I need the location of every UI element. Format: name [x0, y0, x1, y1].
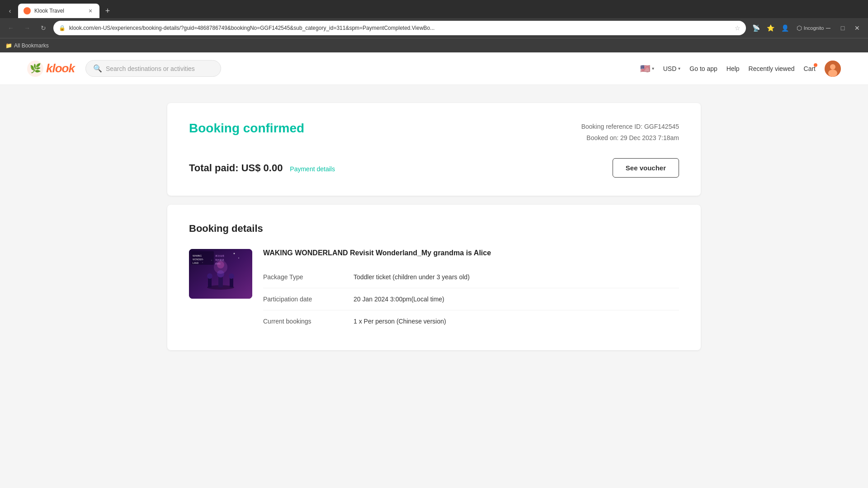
svg-text:再访仙境: 再访仙境	[215, 254, 224, 257]
active-tab[interactable]: Klook Travel ×	[18, 4, 99, 18]
booking-details-title: Booking details	[189, 223, 679, 235]
svg-rect-8	[218, 276, 223, 287]
back-button[interactable]: ←	[5, 22, 17, 34]
detail-row: Package Type Toddler ticket (children un…	[263, 266, 679, 288]
booking-reference: Booking reference ID: GGF142545 Booked o…	[581, 121, 679, 144]
currency-selector[interactable]: USD ▾	[663, 65, 681, 72]
logo-icon: 🌿	[27, 61, 43, 77]
svg-text:🌿: 🌿	[30, 63, 41, 74]
booking-ref-id: Booking reference ID: GGF142545	[581, 121, 679, 132]
avatar-image	[825, 61, 841, 77]
svg-text:WAKING: WAKING	[193, 254, 202, 257]
svg-text:我外婆是: 我外婆是	[215, 258, 224, 261]
booking-confirmed-card: Booking confirmed Booking reference ID: …	[167, 103, 701, 196]
minimize-button[interactable]: ─	[822, 22, 835, 34]
svg-rect-12	[230, 278, 233, 287]
payment-row: Total paid: US$ 0.00 Payment details See…	[189, 158, 679, 178]
payment-details-link[interactable]: Payment details	[290, 165, 335, 173]
logo[interactable]: 🌿 klook	[27, 61, 75, 77]
detail-value: Toddler ticket (children under 3 years o…	[354, 273, 470, 281]
cast-icon[interactable]: 📡	[750, 22, 762, 34]
see-voucher-button[interactable]: See voucher	[613, 158, 679, 178]
activity-row: WAKING WONDER- LAND 再访仙境 我外婆是 爱丽丝 WAKING…	[189, 249, 679, 332]
svg-text:WONDER-: WONDER-	[193, 258, 204, 261]
header-nav: 🇺🇸 ▾ USD ▾ Go to app Help Recently viewe…	[640, 61, 841, 77]
detail-row: Current bookings 1 x Per person (Chinese…	[263, 310, 679, 332]
lang-dropdown-arrow: ▾	[652, 66, 654, 71]
search-bar[interactable]: 🔍 Search destinations or activities	[85, 60, 221, 77]
language-selector[interactable]: 🇺🇸 ▾	[640, 64, 654, 74]
cart-link[interactable]: Cart	[804, 65, 816, 72]
activity-image-inner: WAKING WONDER- LAND 再访仙境 我外婆是 爱丽丝	[189, 249, 252, 299]
logo-text: klook	[46, 61, 75, 75]
refresh-button[interactable]: ↻	[37, 22, 50, 34]
close-button[interactable]: ✕	[851, 22, 863, 34]
tab-close-button[interactable]: ×	[87, 7, 94, 14]
maximize-button[interactable]: □	[836, 22, 849, 34]
total-paid-label: Total paid: US$ 0.00	[189, 162, 283, 174]
activity-poster-svg: WAKING WONDER- LAND 再访仙境 我外婆是 爱丽丝	[189, 249, 252, 299]
detail-row: Participation date 20 Jan 2024 3:00pm(Lo…	[263, 288, 679, 310]
svg-point-13	[229, 273, 234, 279]
search-placeholder-text: Search destinations or activities	[106, 65, 195, 72]
svg-point-5	[828, 70, 837, 77]
booked-on: Booked on: 29 Dec 2023 7:18am	[581, 132, 679, 144]
svg-point-19	[234, 253, 235, 254]
svg-point-11	[207, 273, 212, 279]
bookmark-icon[interactable]: ☆	[735, 24, 741, 32]
detail-label: Participation date	[263, 296, 344, 303]
browser-chrome: ‹ Klook Travel × + ← → ↻ 🔒 klook.com/en-…	[0, 0, 868, 52]
search-icon: 🔍	[93, 64, 102, 73]
svg-point-17	[238, 258, 239, 258]
forward-button[interactable]: →	[21, 22, 33, 34]
tab-favicon	[24, 7, 31, 14]
detail-rows: Package Type Toddler ticket (children un…	[263, 266, 679, 332]
profile-icon[interactable]: 👤	[778, 22, 791, 34]
incognito-label: Incognito	[807, 22, 820, 34]
site-header: 🌿 klook 🔍 Search destinations or activit…	[0, 52, 868, 85]
new-tab-button[interactable]: +	[101, 5, 114, 17]
tab-back-icon[interactable]: ‹	[4, 5, 16, 17]
currency-label: USD	[663, 65, 677, 72]
bookmark-star-icon[interactable]: ⭐	[764, 22, 777, 34]
detail-value: 1 x Per person (Chinese version)	[354, 318, 446, 325]
tab-title: Klook Travel	[34, 8, 83, 14]
url-text: klook.com/en-US/experiences/booking-deta…	[69, 25, 731, 31]
svg-rect-10	[208, 278, 212, 287]
activity-details: WAKING WONDERLAND Revisit Wonderland_My …	[263, 249, 679, 332]
help-link[interactable]: Help	[726, 65, 740, 72]
svg-text:爱丽丝: 爱丽丝	[215, 263, 221, 265]
flag-icon: 🇺🇸	[640, 64, 650, 74]
address-bar[interactable]: 🔒 klook.com/en-US/experiences/booking-de…	[53, 21, 746, 35]
svg-text:LAND: LAND	[193, 262, 199, 264]
detail-label: Package Type	[263, 273, 344, 281]
avatar[interactable]	[825, 61, 841, 77]
booking-confirmed-title: Booking confirmed	[189, 121, 304, 136]
main-content: Booking confirmed Booking reference ID: …	[158, 85, 710, 368]
currency-dropdown-arrow: ▾	[678, 66, 680, 71]
cart-dot	[814, 63, 817, 67]
activity-title: WAKING WONDERLAND Revisit Wonderland_My …	[263, 249, 679, 257]
bookmarks-label: All Bookmarks	[14, 42, 49, 49]
browser-tabs: ‹ Klook Travel × +	[0, 0, 868, 18]
recently-viewed-link[interactable]: Recently viewed	[749, 65, 795, 72]
page-content: 🌿 klook 🔍 Search destinations or activit…	[0, 52, 868, 488]
payment-left: Total paid: US$ 0.00 Payment details	[189, 162, 335, 174]
booking-confirmed-row: Booking confirmed Booking reference ID: …	[189, 121, 679, 144]
activity-image: WAKING WONDER- LAND 再访仙境 我外婆是 爱丽丝	[189, 249, 252, 299]
toolbar-icons: 📡 ⭐ 👤 ⬡ Incognito ─ □ ✕	[750, 22, 863, 34]
all-bookmarks[interactable]: 📁 All Bookmarks	[5, 42, 49, 49]
go-to-app-link[interactable]: Go to app	[689, 65, 717, 72]
detail-label: Current bookings	[263, 318, 344, 325]
detail-value: 20 Jan 2024 3:00pm(Local time)	[354, 296, 444, 303]
booking-details-card: Booking details	[167, 205, 701, 350]
browser-toolbar: ← → ↻ 🔒 klook.com/en-US/experiences/book…	[0, 18, 868, 38]
svg-point-0	[24, 8, 30, 14]
svg-point-4	[830, 64, 835, 70]
